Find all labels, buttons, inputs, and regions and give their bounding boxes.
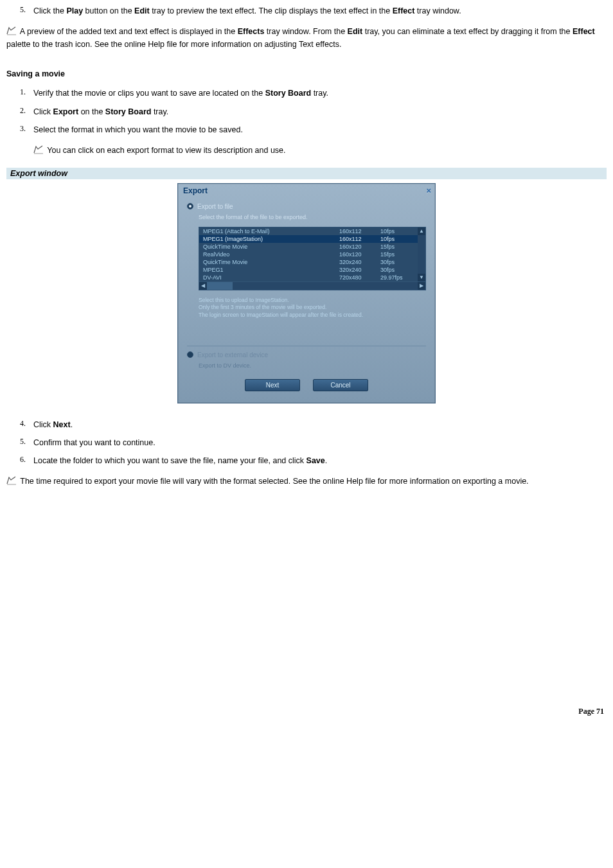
vertical-scrollbar[interactable]: ▲ ▼ — [418, 227, 425, 281]
horizontal-scrollbar[interactable]: ◀ ▶ — [199, 282, 426, 290]
export-to-file-subtext: Select the format of the file to be expo… — [187, 214, 426, 220]
saving-step-2: 2. Click Export on the Story Board tray. — [6, 106, 607, 118]
format-name: MPEG1 (Attach to E-Mail) — [203, 228, 337, 235]
next-button[interactable]: Next — [245, 379, 300, 391]
radio-icon — [187, 203, 193, 209]
export-titlebar: Export × — [178, 184, 435, 202]
step-number: 6. — [6, 455, 33, 465]
step-text: Select the format in which you want the … — [33, 124, 607, 136]
step-number: 5. — [6, 5, 33, 15]
step-list-continued: 5. Click the Play button on the Edit tra… — [6, 5, 607, 17]
export-window: Export × Export to file Select the forma… — [177, 183, 436, 403]
radio-icon — [187, 351, 193, 358]
export-title-text: Export — [183, 186, 208, 195]
saving-step-4: 4. Click Next. — [6, 419, 607, 430]
saving-steps-b: 4. Click Next. 5. Confirm that you want … — [6, 419, 607, 466]
format-resolution: 160x112 — [339, 228, 378, 235]
export-to-device-subtext: Export to DV device. — [187, 362, 426, 369]
step-number: 5. — [6, 437, 33, 447]
format-row[interactable]: MPEG1320x24030fps — [199, 266, 425, 274]
format-name: DV-AVI — [203, 274, 337, 281]
format-name: QuickTime Movie — [203, 244, 337, 250]
format-resolution: 320x240 — [339, 259, 378, 265]
saving-steps-a: 1. Verify that the movie or clips you wa… — [6, 87, 607, 135]
format-fps: 10fps — [380, 228, 416, 235]
note-icon — [6, 26, 17, 39]
note-icon — [6, 476, 17, 488]
format-fps: 10fps — [380, 236, 416, 242]
heading-saving-movie: Saving a movie — [6, 69, 607, 78]
format-row[interactable]: MPEG1 (Attach to E-Mail)160x11210fps — [199, 227, 425, 235]
format-resolution: 160x112 — [339, 236, 378, 242]
separator — [187, 346, 426, 346]
step-text: Verify that the movie or clips you want … — [33, 87, 607, 99]
step-text: Confirm that you want to continue. — [33, 437, 607, 448]
format-row[interactable]: RealVideo160x12015fps — [199, 251, 425, 258]
step-text: Click Next. — [33, 419, 607, 430]
format-row[interactable]: DV-AVI720x48029.97fps — [199, 274, 425, 281]
format-fps: 29.97fps — [380, 274, 416, 281]
radio-export-to-file[interactable]: Export to file — [187, 203, 426, 210]
page-number: Page 71 — [6, 707, 607, 716]
format-resolution: 160x120 — [339, 251, 378, 258]
format-row[interactable]: QuickTime Movie320x24030fps — [199, 258, 425, 266]
scroll-right-icon[interactable]: ▶ — [418, 282, 425, 290]
cancel-button[interactable]: Cancel — [313, 379, 368, 391]
format-fps: 30fps — [380, 259, 416, 265]
saving-step-6: 6. Locate the folder to which you want t… — [6, 455, 607, 466]
format-name: RealVideo — [203, 251, 337, 258]
format-list[interactable]: MPEG1 (Attach to E-Mail)160x11210fpsMPEG… — [199, 227, 426, 282]
step-number: 2. — [6, 106, 33, 116]
format-row[interactable]: QuickTime Movie160x12015fps — [199, 243, 425, 251]
step-text: Click Export on the Story Board tray. — [33, 106, 607, 118]
saving-step-3: 3. Select the format in which you want t… — [6, 124, 607, 136]
scroll-down-icon[interactable]: ▼ — [418, 274, 425, 281]
note-export-time: The time required to export your movie f… — [6, 475, 607, 488]
note-icon — [33, 145, 44, 157]
format-resolution: 160x120 — [339, 244, 378, 250]
close-icon[interactable]: × — [426, 186, 431, 195]
export-window-figure: Export × Export to file Select the forma… — [6, 183, 607, 403]
format-fps: 15fps — [380, 244, 416, 250]
scroll-track[interactable] — [207, 282, 418, 290]
format-resolution: 720x480 — [339, 274, 378, 281]
format-fps: 30fps — [380, 267, 416, 273]
step-5: 5. Click the Play button on the Edit tra… — [6, 5, 607, 17]
saving-step-5: 5. Confirm that you want to continue. — [6, 437, 607, 448]
saving-step-1: 1. Verify that the movie or clips you wa… — [6, 87, 607, 99]
scroll-left-icon[interactable]: ◀ — [199, 282, 207, 290]
step-number: 3. — [6, 124, 33, 134]
format-resolution: 320x240 — [339, 267, 378, 273]
format-name: QuickTime Movie — [203, 259, 337, 265]
note-text-effects: A preview of the added text and text eff… — [6, 26, 607, 50]
format-name: MPEG1 (ImageStation) — [203, 236, 337, 242]
format-fps: 15fps — [380, 251, 416, 258]
format-description: Select this to upload to ImageStation. O… — [199, 297, 426, 341]
radio-export-to-device[interactable]: Export to external device — [187, 351, 426, 359]
step-number: 1. — [6, 87, 33, 97]
step-number: 4. — [6, 419, 33, 429]
scroll-thumb[interactable] — [207, 282, 233, 290]
step-text: Click the Play button on the Edit tray t… — [33, 5, 607, 17]
format-row[interactable]: MPEG1 (ImageStation)160x11210fps — [199, 235, 425, 243]
format-name: MPEG1 — [203, 267, 337, 273]
figure-caption-export-window: Export window — [6, 168, 607, 179]
scroll-up-icon[interactable]: ▲ — [418, 227, 425, 235]
step-text: Locate the folder to which you want to s… — [33, 455, 607, 466]
note-export-formats: You can click on each export format to v… — [33, 145, 607, 157]
